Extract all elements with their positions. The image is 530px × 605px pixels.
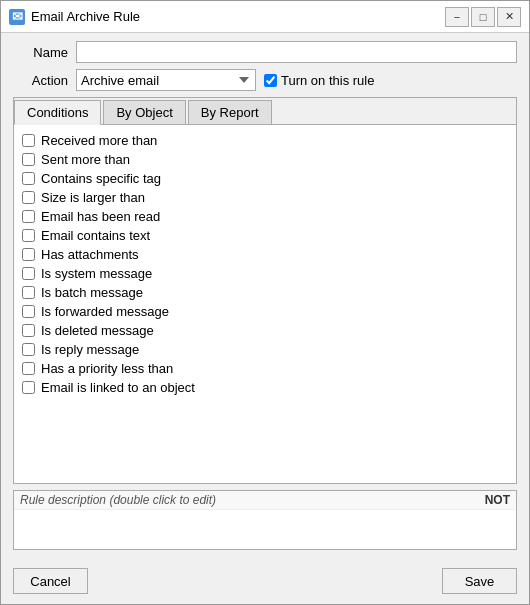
- tabs-header: Conditions By Object By Report: [14, 98, 516, 125]
- tabs-container: Conditions By Object By Report Received …: [13, 97, 517, 484]
- condition-item: Sent more than: [22, 150, 508, 169]
- tab-conditions[interactable]: Conditions: [14, 100, 101, 125]
- action-row: Action Archive email Delete email Move e…: [13, 69, 517, 91]
- tab-by-report[interactable]: By Report: [188, 100, 272, 124]
- condition-label-9: Is forwarded message: [41, 304, 169, 319]
- action-label: Action: [13, 73, 68, 88]
- name-row: Name: [13, 41, 517, 63]
- rule-description-label: Rule description (double click to edit): [20, 493, 216, 507]
- cancel-button[interactable]: Cancel: [13, 568, 88, 594]
- condition-checkbox-10[interactable]: [22, 324, 35, 337]
- condition-label-2: Contains specific tag: [41, 171, 161, 186]
- tab-content-conditions: Received more thanSent more thanContains…: [14, 125, 516, 483]
- condition-item: Is system message: [22, 264, 508, 283]
- main-window: ✉ Email Archive Rule − □ ✕ Name Action A…: [0, 0, 530, 605]
- condition-item: Email contains text: [22, 226, 508, 245]
- turn-on-checkbox[interactable]: [264, 74, 277, 87]
- condition-label-0: Received more than: [41, 133, 157, 148]
- minimize-button[interactable]: −: [445, 7, 469, 27]
- condition-label-12: Has a priority less than: [41, 361, 173, 376]
- condition-label-8: Is batch message: [41, 285, 143, 300]
- condition-label-3: Size is larger than: [41, 190, 145, 205]
- condition-checkbox-9[interactable]: [22, 305, 35, 318]
- footer: Cancel Save: [1, 558, 529, 604]
- condition-checkbox-5[interactable]: [22, 229, 35, 242]
- condition-item: Is batch message: [22, 283, 508, 302]
- condition-checkbox-2[interactable]: [22, 172, 35, 185]
- condition-item: Contains specific tag: [22, 169, 508, 188]
- maximize-button[interactable]: □: [471, 7, 495, 27]
- window-controls: − □ ✕: [445, 7, 521, 27]
- condition-checkbox-0[interactable]: [22, 134, 35, 147]
- condition-item: Size is larger than: [22, 188, 508, 207]
- name-input[interactable]: [76, 41, 517, 63]
- condition-checkbox-1[interactable]: [22, 153, 35, 166]
- condition-label-13: Email is linked to an object: [41, 380, 195, 395]
- condition-checkbox-7[interactable]: [22, 267, 35, 280]
- rule-description: Rule description (double click to edit) …: [13, 490, 517, 550]
- condition-label-10: Is deleted message: [41, 323, 154, 338]
- window-title: Email Archive Rule: [31, 9, 445, 24]
- condition-checkbox-11[interactable]: [22, 343, 35, 356]
- window-icon: ✉: [9, 9, 25, 25]
- condition-label-1: Sent more than: [41, 152, 130, 167]
- action-select[interactable]: Archive email Delete email Move email: [76, 69, 256, 91]
- rule-description-header: Rule description (double click to edit) …: [14, 491, 516, 510]
- rule-description-body[interactable]: [14, 510, 516, 549]
- condition-item: Has attachments: [22, 245, 508, 264]
- condition-label-6: Has attachments: [41, 247, 139, 262]
- turn-on-label[interactable]: Turn on this rule: [264, 73, 374, 88]
- condition-label-5: Email contains text: [41, 228, 150, 243]
- condition-checkbox-6[interactable]: [22, 248, 35, 261]
- close-button[interactable]: ✕: [497, 7, 521, 27]
- condition-checkbox-12[interactable]: [22, 362, 35, 375]
- condition-label-4: Email has been read: [41, 209, 160, 224]
- condition-item: Email has been read: [22, 207, 508, 226]
- condition-item: Is reply message: [22, 340, 508, 359]
- condition-label-11: Is reply message: [41, 342, 139, 357]
- not-label: NOT: [485, 493, 510, 507]
- title-bar: ✉ Email Archive Rule − □ ✕: [1, 1, 529, 33]
- name-label: Name: [13, 45, 68, 60]
- condition-checkbox-3[interactable]: [22, 191, 35, 204]
- window-content: Name Action Archive email Delete email M…: [1, 33, 529, 558]
- condition-item: Has a priority less than: [22, 359, 508, 378]
- condition-item: Email is linked to an object: [22, 378, 508, 397]
- condition-label-7: Is system message: [41, 266, 152, 281]
- tab-by-object[interactable]: By Object: [103, 100, 185, 124]
- condition-item: Received more than: [22, 131, 508, 150]
- condition-item: Is forwarded message: [22, 302, 508, 321]
- condition-checkbox-13[interactable]: [22, 381, 35, 394]
- condition-item: Is deleted message: [22, 321, 508, 340]
- condition-checkbox-8[interactable]: [22, 286, 35, 299]
- turn-on-text: Turn on this rule: [281, 73, 374, 88]
- condition-checkbox-4[interactable]: [22, 210, 35, 223]
- save-button[interactable]: Save: [442, 568, 517, 594]
